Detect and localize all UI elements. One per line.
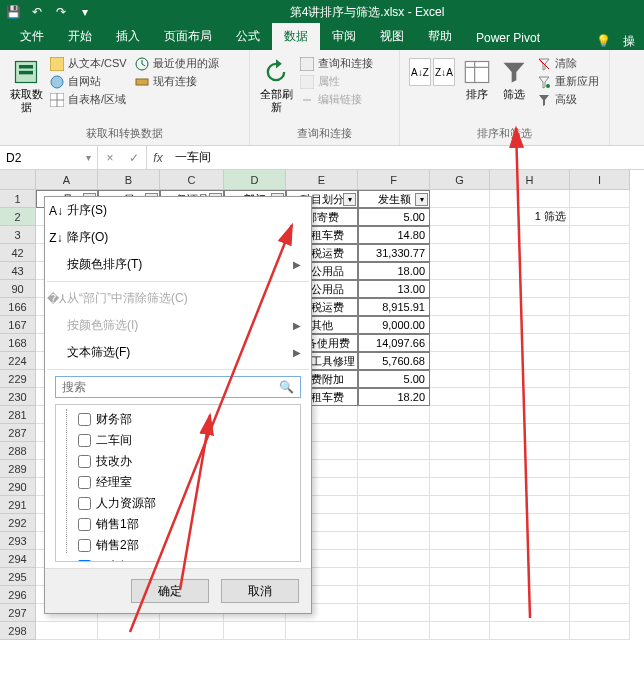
queries-connections-button[interactable]: 查询和连接 bbox=[300, 56, 373, 71]
cell[interactable] bbox=[570, 334, 630, 352]
filter-checkbox[interactable] bbox=[78, 518, 91, 531]
cell[interactable] bbox=[570, 424, 630, 442]
cell[interactable] bbox=[430, 514, 490, 532]
cell[interactable] bbox=[358, 586, 430, 604]
cell[interactable]: 18.20 bbox=[358, 388, 430, 406]
cell[interactable] bbox=[490, 424, 570, 442]
cell[interactable] bbox=[490, 262, 570, 280]
cell[interactable] bbox=[358, 532, 430, 550]
tab-formulas[interactable]: 公式 bbox=[224, 23, 272, 50]
cell[interactable]: 5.00 bbox=[358, 370, 430, 388]
cell[interactable] bbox=[224, 622, 286, 640]
cell[interactable] bbox=[490, 460, 570, 478]
cell[interactable] bbox=[430, 550, 490, 568]
existing-connections-button[interactable]: 现有连接 bbox=[135, 74, 219, 89]
cancel-button[interactable]: 取消 bbox=[221, 579, 299, 603]
cell[interactable]: 5,760.68 bbox=[358, 352, 430, 370]
qat-dropdown-icon[interactable]: ▾ bbox=[76, 3, 94, 21]
cell[interactable] bbox=[430, 424, 490, 442]
filter-checkbox[interactable] bbox=[78, 476, 91, 489]
cell[interactable] bbox=[430, 352, 490, 370]
rowhead[interactable]: 294 bbox=[0, 550, 36, 568]
rowhead[interactable]: 229 bbox=[0, 370, 36, 388]
colhead-C[interactable]: C bbox=[160, 170, 224, 190]
cell[interactable] bbox=[490, 316, 570, 334]
cell[interactable] bbox=[430, 532, 490, 550]
tab-review[interactable]: 审阅 bbox=[320, 23, 368, 50]
cell[interactable] bbox=[430, 226, 490, 244]
cell[interactable] bbox=[430, 370, 490, 388]
cell[interactable] bbox=[358, 424, 430, 442]
cell[interactable] bbox=[570, 568, 630, 586]
cell[interactable] bbox=[490, 586, 570, 604]
colhead-I[interactable]: I bbox=[570, 170, 630, 190]
cell[interactable] bbox=[570, 478, 630, 496]
cell[interactable] bbox=[490, 514, 570, 532]
cell[interactable] bbox=[570, 298, 630, 316]
cell[interactable] bbox=[430, 604, 490, 622]
cell[interactable] bbox=[358, 622, 430, 640]
from-text-csv-button[interactable]: 从文本/CSV bbox=[50, 56, 127, 71]
reapply-button[interactable]: 重新应用 bbox=[537, 74, 599, 89]
cell[interactable] bbox=[570, 460, 630, 478]
tab-view[interactable]: 视图 bbox=[368, 23, 416, 50]
colhead-D[interactable]: D bbox=[224, 170, 286, 190]
cell[interactable] bbox=[430, 496, 490, 514]
select-all-button[interactable] bbox=[0, 170, 36, 190]
cell[interactable] bbox=[570, 280, 630, 298]
filter-checkbox[interactable] bbox=[78, 497, 91, 510]
colhead-B[interactable]: B bbox=[98, 170, 160, 190]
cell[interactable] bbox=[36, 622, 98, 640]
rowhead[interactable]: 298 bbox=[0, 622, 36, 640]
rowhead[interactable]: 296 bbox=[0, 586, 36, 604]
rowhead[interactable]: 295 bbox=[0, 568, 36, 586]
cell[interactable]: 9,000.00 bbox=[358, 316, 430, 334]
rowhead[interactable]: 290 bbox=[0, 478, 36, 496]
cell[interactable] bbox=[358, 496, 430, 514]
sort-asc-button[interactable]: A↓Z bbox=[409, 58, 431, 86]
filter-search-box[interactable]: 🔍 bbox=[55, 376, 301, 398]
cell[interactable] bbox=[358, 514, 430, 532]
tab-file[interactable]: 文件 bbox=[8, 23, 56, 50]
rowhead[interactable]: 43 bbox=[0, 262, 36, 280]
cell[interactable] bbox=[98, 622, 160, 640]
cell[interactable] bbox=[490, 442, 570, 460]
cell[interactable] bbox=[570, 442, 630, 460]
cell[interactable] bbox=[358, 550, 430, 568]
filter-item[interactable]: 财务部 bbox=[60, 409, 296, 430]
cell[interactable] bbox=[490, 568, 570, 586]
colhead-E[interactable]: E bbox=[286, 170, 358, 190]
cell[interactable] bbox=[490, 298, 570, 316]
cell[interactable] bbox=[570, 190, 630, 208]
rowhead[interactable]: 281 bbox=[0, 406, 36, 424]
cell[interactable] bbox=[490, 622, 570, 640]
cell[interactable] bbox=[570, 316, 630, 334]
redo-icon[interactable]: ↷ bbox=[52, 3, 70, 21]
cell[interactable] bbox=[430, 208, 490, 226]
cell[interactable] bbox=[430, 298, 490, 316]
rowhead[interactable]: 224 bbox=[0, 352, 36, 370]
cell[interactable] bbox=[570, 622, 630, 640]
rowhead[interactable]: 230 bbox=[0, 388, 36, 406]
filter-item[interactable]: 销售2部 bbox=[60, 535, 296, 556]
cell[interactable] bbox=[430, 460, 490, 478]
filter-button[interactable]: 筛选 bbox=[496, 54, 534, 105]
tab-data[interactable]: 数据 bbox=[272, 23, 320, 50]
cell[interactable] bbox=[570, 370, 630, 388]
cell[interactable] bbox=[358, 406, 430, 424]
cell[interactable]: 8,915.91 bbox=[358, 298, 430, 316]
cell[interactable] bbox=[490, 604, 570, 622]
cell[interactable] bbox=[570, 388, 630, 406]
ok-button[interactable]: 确定 bbox=[131, 579, 209, 603]
cell[interactable] bbox=[490, 550, 570, 568]
colhead-F[interactable]: F bbox=[358, 170, 430, 190]
cell[interactable]: 31,330.77 bbox=[358, 244, 430, 262]
enter-formula-icon[interactable]: ✓ bbox=[122, 151, 146, 165]
cell[interactable] bbox=[490, 190, 570, 208]
cell[interactable] bbox=[490, 334, 570, 352]
cancel-formula-icon[interactable]: × bbox=[98, 151, 122, 165]
from-web-button[interactable]: 自网站 bbox=[50, 74, 127, 89]
colhead-G[interactable]: G bbox=[430, 170, 490, 190]
cell[interactable] bbox=[430, 586, 490, 604]
cell[interactable]: 14,097.66 bbox=[358, 334, 430, 352]
